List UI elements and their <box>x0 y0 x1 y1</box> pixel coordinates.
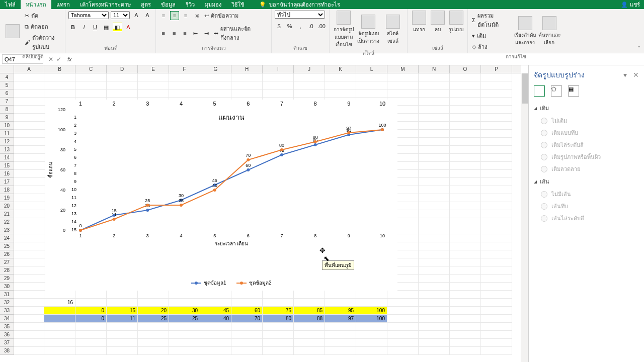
currency-icon[interactable]: $ <box>275 22 283 31</box>
ribbon-tabs: ไฟล์หน้าแรกแทรกเค้าโครงหน้ากระดาษสูตรข้อ… <box>0 0 249 10</box>
tab-หน้าแรก[interactable]: หน้าแรก <box>21 0 51 10</box>
copy-button[interactable]: ⧉คัดลอก <box>24 22 62 32</box>
inc-decimal-icon[interactable]: .0 <box>307 22 315 31</box>
fx-label[interactable]: fx <box>64 56 75 62</box>
column-headers[interactable]: ABCDEFGHIJKLMNOP <box>14 65 521 73</box>
sort-filter-button[interactable]: เรียงลำดับและกรอง <box>514 16 536 46</box>
svg-text:8: 8 <box>314 233 316 238</box>
svg-text:3: 3 <box>146 233 149 238</box>
align-left-icon[interactable]: ≡ <box>159 29 168 38</box>
svg-point-45 <box>280 153 283 156</box>
dec-decimal-icon[interactable]: .00 <box>317 22 326 31</box>
insert-cells-button[interactable]: แทรก <box>411 11 427 33</box>
svg-text:13: 13 <box>71 211 76 216</box>
indent-dec-icon[interactable]: ⇤ <box>191 29 200 38</box>
paste-button[interactable] <box>3 24 22 38</box>
comma-icon[interactable]: , <box>296 22 304 31</box>
fill-line-tab-icon[interactable] <box>534 85 545 97</box>
cell-styles-button[interactable]: สไตล์เซลล์ <box>381 15 404 45</box>
select-all-corner[interactable] <box>0 65 14 73</box>
svg-text:7: 7 <box>280 101 283 107</box>
border-button[interactable]: ▦ <box>102 23 111 32</box>
cond-format-button[interactable]: การจัดรูปแบบตามเงื่อนไข <box>333 11 355 48</box>
delete-cells-button[interactable]: ลบ <box>429 11 446 33</box>
format-painter-button[interactable]: 🖌ตัวคัดวางรูปแบบ <box>24 33 62 52</box>
tab-มุมมอง[interactable]: มุมมอง <box>200 0 226 10</box>
option-เติมรูปภาพหรือพื้นผิว[interactable]: เติมรูปภาพหรือพื้นผิว <box>534 151 639 163</box>
align-center-icon[interactable]: ≡ <box>170 29 178 38</box>
section-เติม[interactable]: เติม <box>534 102 639 115</box>
format-cells-button[interactable]: รูปแบบ <box>448 11 464 33</box>
wrap-text-button[interactable]: ↩ตัดข้อความ <box>203 11 239 21</box>
decrease-font-icon[interactable]: A <box>143 11 152 20</box>
fill-color-button[interactable]: ◧ <box>113 23 122 32</box>
vertical-scrollbar[interactable] <box>521 73 528 362</box>
format-table-button[interactable]: จัดรูปแบบเป็นตาราง <box>357 15 380 45</box>
font-name-select[interactable]: Tahoma <box>68 11 109 19</box>
svg-text:25: 25 <box>145 198 150 203</box>
fill-button[interactable]: ▾เติม <box>471 31 512 41</box>
indent-inc-icon[interactable]: ⇥ <box>202 29 211 38</box>
scroll-thumb[interactable] <box>522 73 528 104</box>
tab-เค้าโครงหน้ากระดาษ[interactable]: เค้าโครงหน้ากระดาษ <box>75 0 136 10</box>
merge-button[interactable]: ⬌ผสานและจัดกึ่งกลาง <box>213 24 268 43</box>
svg-text:10: 10 <box>380 233 385 238</box>
group-clipboard: คลิปบอร์ด <box>3 52 62 60</box>
tab-รีวิว[interactable]: รีวิว <box>181 0 200 10</box>
option-เส้นทึบ[interactable]: เส้นทึบ <box>534 200 639 212</box>
tab-แทรก[interactable]: แทรก <box>51 0 75 10</box>
svg-text:80: 80 <box>60 147 65 152</box>
align-right-icon[interactable]: ≡ <box>181 29 189 38</box>
increase-font-icon[interactable]: A <box>132 11 141 20</box>
font-size-select[interactable]: 11 <box>111 11 130 19</box>
spreadsheet-area[interactable]: ABCDEFGHIJKLMNOP 45678910111213141516171… <box>0 65 528 362</box>
row-headers[interactable]: 4567891011121314151617181920212223242526… <box>0 73 14 355</box>
number-format-select[interactable]: ทั่วไป <box>275 11 325 19</box>
svg-text:100: 100 <box>58 127 65 132</box>
align-middle-icon[interactable]: ≡ <box>170 11 179 20</box>
close-pane-icon[interactable]: ✕ <box>633 71 639 79</box>
tab-วิธีใช้[interactable]: วิธีใช้ <box>226 0 249 10</box>
tab-ไฟล์[interactable]: ไฟล์ <box>0 0 21 10</box>
svg-text:1: 1 <box>79 101 82 107</box>
share-label[interactable]: แชร์ <box>630 0 640 9</box>
svg-text:80: 80 <box>279 143 284 148</box>
svg-text:40: 40 <box>212 183 217 188</box>
group-styles: สไตล์ <box>333 48 404 57</box>
svg-point-53 <box>79 229 82 232</box>
group-cells: เซลล์ <box>411 43 464 52</box>
svg-point-47 <box>314 143 317 146</box>
tab-ข้อมูล[interactable]: ข้อมูล <box>156 0 181 10</box>
percent-icon[interactable]: % <box>285 22 294 31</box>
align-bottom-icon[interactable]: ≡ <box>181 11 190 20</box>
option-ไม่มีเส้น[interactable]: ไม่มีเส้น <box>534 188 639 200</box>
autosum-button[interactable]: Σผลรวมอัตโนมัติ <box>471 11 512 30</box>
italic-button[interactable]: I <box>79 23 89 32</box>
tell-me[interactable]: 💡 บอกฉันว่าคุณต้องการทําอะไร <box>259 0 340 9</box>
underline-button[interactable]: U <box>91 23 100 32</box>
find-select-button[interactable]: ค้นหาและเลือก <box>538 16 560 46</box>
svg-text:11: 11 <box>71 195 76 200</box>
option-เติมไล่ระดับสี[interactable]: เติมไล่ระดับสี <box>534 139 639 151</box>
ribbon: ✂ตัด ⧉คัดลอก 🖌ตัวคัดวางรูปแบบ คลิปบอร์ด … <box>0 9 644 53</box>
tab-สูตร[interactable]: สูตร <box>136 0 156 10</box>
pane-options-icon[interactable]: ▾ <box>623 71 627 79</box>
option-เส้นไล่ระดับสี[interactable]: เส้นไล่ระดับสี <box>534 212 639 224</box>
option-เติมลวดลาย[interactable]: เติมลวดลาย <box>534 163 639 175</box>
orientation-icon[interactable]: ⤭ <box>192 11 201 20</box>
svg-point-57 <box>146 204 149 207</box>
collapse-ribbon-icon[interactable]: ⌃ <box>637 45 641 51</box>
svg-point-69 <box>347 131 350 134</box>
effects-tab-icon[interactable]: ⬠ <box>551 85 562 97</box>
option-เติมแบบทึบ[interactable]: เติมแบบทึบ <box>534 127 639 139</box>
svg-text:30: 30 <box>179 193 184 198</box>
option-ไม่เติม[interactable]: ไม่เติม <box>534 115 639 127</box>
font-color-button[interactable]: A <box>124 23 133 32</box>
bold-button[interactable]: B <box>68 23 77 32</box>
cut-button[interactable]: ✂ตัด <box>24 11 62 21</box>
align-top-icon[interactable]: ≡ <box>159 11 168 20</box>
svg-point-63 <box>247 158 250 161</box>
clear-button[interactable]: ◇ล้าง <box>471 42 512 52</box>
section-เส้น[interactable]: เส้น <box>534 175 639 188</box>
size-tab-icon[interactable]: ▦ <box>568 85 579 97</box>
